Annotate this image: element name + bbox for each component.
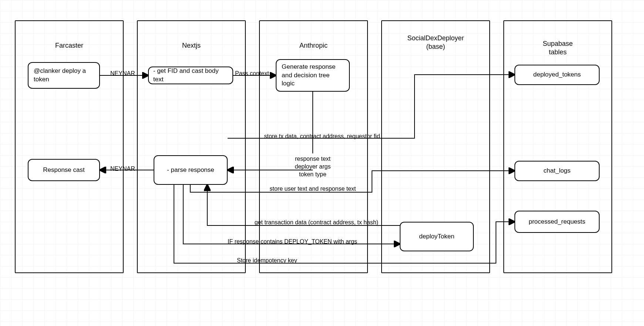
edge-store-tx: store tx data, contract address, request… xyxy=(264,133,380,140)
edge-store-idem: Store idempotency key xyxy=(237,257,297,264)
edge-store-user: store user text and response text xyxy=(269,186,356,192)
edge-get-tx: get transaction data (contract address, … xyxy=(255,219,378,226)
edge-if-deploy: IF response contains DEPLOY_TOKEN with a… xyxy=(228,238,357,245)
edge-pass-context: Pass context xyxy=(235,70,269,77)
edge-neynar1: NEYNAR xyxy=(110,70,135,77)
edge-neynar2: NEYNAR xyxy=(110,166,135,172)
edge-resp-block: response text deployer args token type xyxy=(278,155,348,178)
